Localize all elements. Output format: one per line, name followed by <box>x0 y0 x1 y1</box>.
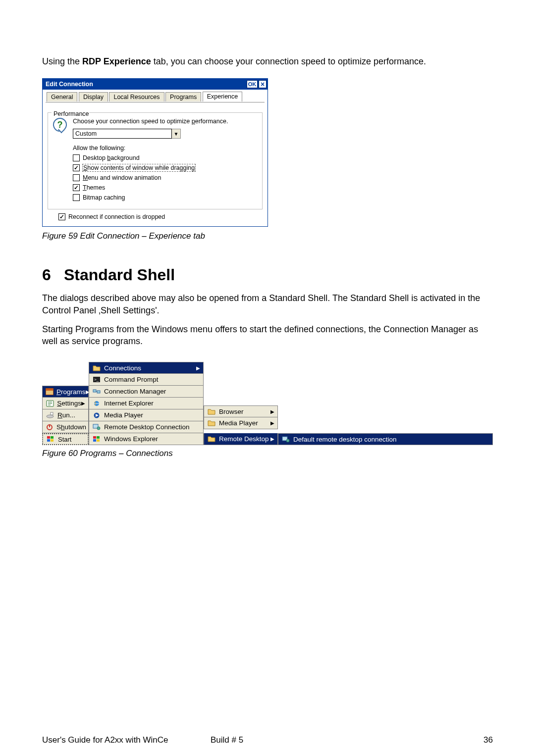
svg-point-3 <box>47 415 54 418</box>
folder-icon <box>92 364 101 372</box>
intro-paragraph: Using the RDP Experience tab, you can ch… <box>42 55 493 67</box>
menu-shutdown[interactable]: Shutdown <box>42 421 89 433</box>
speed-select[interactable]: Custom ▼ <box>73 129 257 139</box>
svg-text:>_: >_ <box>94 377 99 382</box>
section-heading: 6Standard Shell <box>42 266 493 284</box>
chevron-down-icon[interactable]: ▼ <box>172 129 181 139</box>
menu-settings[interactable]: Settings ▶ <box>42 398 89 409</box>
svg-rect-1 <box>46 391 53 395</box>
checkbox-bitmap-caching[interactable]: Bitmap caching <box>73 194 257 201</box>
footer-left: User's Guide for A2xx with WinCe <box>42 735 211 745</box>
page-footer: User's Guide for A2xx with WinCe Build #… <box>42 735 493 745</box>
svg-point-20 <box>97 427 100 430</box>
submenu-command-prompt[interactable]: >_ Command Prompt <box>89 374 204 386</box>
svg-rect-21 <box>93 436 96 439</box>
submenu-remote-desktop-folder[interactable]: Remote Desktop ▶ <box>204 433 278 445</box>
checkbox-menu-animation[interactable]: Menu and window animation <box>73 174 257 181</box>
dialog-title: Edit Connection <box>46 81 246 88</box>
tab-programs[interactable]: Programs <box>165 92 201 101</box>
performance-description: Choose your connection speed to optimize… <box>73 118 257 125</box>
svg-point-26 <box>286 439 289 442</box>
dialog-tabs: General Display Local Resources Programs… <box>46 92 265 102</box>
submenu-arrow-icon: ▶ <box>196 365 200 371</box>
checkbox-box <box>73 174 80 181</box>
speed-select-value: Custom <box>73 129 172 139</box>
svg-rect-7 <box>47 436 50 439</box>
remote-desktop-icon <box>281 435 290 443</box>
ok-button[interactable]: OK <box>247 80 258 88</box>
dialog-titlebar: Edit Connection OK × <box>43 79 268 90</box>
submenu-media-player-folder[interactable]: Media Player ▶ <box>204 417 278 429</box>
command-prompt-icon: >_ <box>92 376 101 384</box>
programs-icon <box>46 388 54 396</box>
submenu-connections[interactable]: Connections ▶ <box>89 362 204 374</box>
svg-rect-14 <box>97 391 100 393</box>
svg-rect-9 <box>47 439 50 442</box>
windows-flag-icon <box>92 435 101 443</box>
checkbox-box: ✓ <box>73 184 80 191</box>
windows-flag-icon <box>46 435 55 443</box>
tab-experience[interactable]: Experience <box>203 92 243 101</box>
submenu-default-remote-desktop-connection[interactable]: Default remote desktop connection <box>278 433 493 445</box>
svg-rect-8 <box>51 436 54 439</box>
shutdown-icon <box>46 423 54 431</box>
submenu-arrow-icon: ▶ <box>81 401 85 406</box>
submenu-arrow-icon: ▶ <box>270 409 274 414</box>
body-paragraph-2: Starting Programs from the Windows menu … <box>42 323 493 348</box>
svg-rect-23 <box>93 439 96 442</box>
allow-following-label: Allow the following: <box>73 145 257 151</box>
run-icon <box>46 411 54 419</box>
folder-icon <box>207 419 216 427</box>
tab-local-resources[interactable]: Local Resources <box>109 92 164 101</box>
checkbox-box: ✓ <box>58 213 65 220</box>
footer-center: Build # 5 <box>211 735 463 745</box>
figure-60-caption: Figure 60 Programs – Connections <box>42 448 493 459</box>
svg-rect-13 <box>93 390 96 392</box>
tab-general[interactable]: General <box>47 92 77 101</box>
checkbox-themes[interactable]: ✓ Themes <box>73 184 257 191</box>
checkbox-box <box>73 154 80 161</box>
start-menu-figure: Programs ▶ Settings ▶ Run... Shutdown <box>42 358 493 445</box>
svg-rect-24 <box>97 439 100 442</box>
svg-rect-22 <box>97 436 100 439</box>
folder-icon <box>207 407 216 415</box>
group-title: Performance <box>52 110 89 117</box>
checkbox-box <box>73 194 80 201</box>
edit-connection-dialog: Edit Connection OK × General Display Loc… <box>42 78 268 227</box>
svg-rect-10 <box>51 439 54 442</box>
submenu-browser[interactable]: Browser ▶ <box>204 405 278 417</box>
checkbox-show-contents-dragging[interactable]: ✓ Show contents of window while dragging <box>73 164 257 171</box>
connection-manager-icon <box>92 388 101 396</box>
folder-icon <box>207 435 216 443</box>
internet-explorer-icon <box>92 400 101 407</box>
checkbox-reconnect[interactable]: ✓ Reconnect if connection is dropped <box>48 213 263 220</box>
footer-page-number: 36 <box>463 735 493 745</box>
body-paragraph-1: The dialogs described above may also be … <box>42 292 493 316</box>
submenu-arrow-icon: ▶ <box>270 420 274 426</box>
performance-groupbox: ? Choose your connection speed to optimi… <box>48 112 263 209</box>
settings-icon <box>46 400 54 407</box>
remote-desktop-icon <box>92 423 101 431</box>
media-player-icon <box>92 411 101 419</box>
svg-rect-4 <box>51 412 53 415</box>
submenu-remote-desktop-connection[interactable]: Remote Desktop Connection <box>89 421 204 433</box>
submenu-arrow-icon: ▶ <box>270 436 274 442</box>
submenu-connection-manager[interactable]: Connection Manager <box>89 386 204 398</box>
submenu-media-player[interactable]: Media Player <box>89 409 204 421</box>
submenu-internet-explorer[interactable]: Internet Explorer <box>89 398 204 409</box>
menu-run[interactable]: Run... <box>42 409 89 421</box>
figure-59-caption: Figure 59 Edit Connection – Experience t… <box>42 231 493 242</box>
help-icon: ? <box>53 118 67 132</box>
close-button[interactable]: × <box>259 80 267 88</box>
menu-programs[interactable]: Programs ▶ <box>42 386 89 398</box>
submenu-windows-explorer[interactable]: Windows Explorer <box>89 433 204 445</box>
close-icon: × <box>261 81 265 88</box>
tab-display[interactable]: Display <box>79 92 108 101</box>
start-button[interactable]: Start <box>42 433 89 445</box>
checkbox-desktop-background[interactable]: Desktop background <box>73 154 257 161</box>
checkbox-box: ✓ <box>73 164 80 171</box>
